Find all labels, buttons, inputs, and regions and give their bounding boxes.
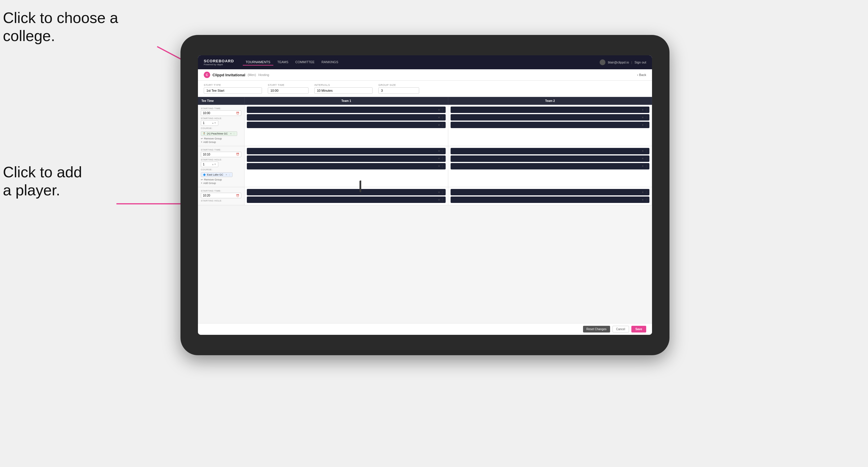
remove-group-1[interactable]: ↩ Remove Group [201,137,241,140]
nav-bar: SCOREBOARD Powered by clippd TOURNAMENTS… [198,55,652,69]
group-size-select[interactable]: 3 [378,87,419,94]
nav-logo-text: SCOREBOARD [204,59,234,63]
cancel-button[interactable]: Cancel [613,326,629,333]
course-tag-2[interactable]: 🔷 East Lake GC × ⋮ [201,173,232,177]
add-group-2[interactable]: + Add Group [201,182,241,185]
course-name-1: (A) Peachtree GC [207,132,228,135]
player-slot-2-2[interactable]: × ⋮ [451,114,649,121]
tablet-frame: SCOREBOARD Powered by clippd TOURNAMENTS… [181,35,670,355]
intervals-select[interactable]: 10 Minutes [314,87,373,94]
starting-hole-input-1[interactable]: 1 ▲▼ [201,120,218,126]
start-type-label: Start Type [204,84,262,87]
player-slot-3-2[interactable]: × ⋮ [247,155,446,162]
team1-cell-3: × ⋮ × ⋮ [245,187,448,205]
player-x-btn[interactable]: × [438,123,440,127]
player-slot-1-2[interactable]: × ⋮ [247,114,446,121]
nav-rankings[interactable]: RANKINGS [319,59,341,65]
course-label-2: COURSE: [201,168,241,171]
starting-hole-label-3: STARTING HOLE: [201,199,241,202]
starting-time-label-3: STARTING TIME: [201,190,241,192]
starting-time-input-2[interactable]: 10:10 ⏰ [201,152,241,157]
add-group-1[interactable]: + Add Group [201,141,241,144]
nav-avatar [600,59,606,65]
player-x-btn[interactable]: × [438,116,440,119]
player-slot-6-1[interactable]: × ⋮ [451,189,649,195]
player-edit-btn[interactable]: ⋮ [645,108,648,112]
team1-cell-2: × ⋮ × ⋮ × ⋮ [245,146,448,187]
tee-left-1: STARTING TIME: 10:00 ⏰ STARTING HOLE: 1 … [198,105,245,146]
nav-logo: SCOREBOARD Powered by clippd [204,59,234,66]
starting-time-label-2: STARTING TIME: [201,149,241,151]
annotation-choose-college: Click to choose a college. [3,9,118,45]
team1-cell-1: × ⋮ × ⋮ × ⋮ [245,105,448,146]
breadcrumb-content: C Clippd Invitational (Men) Hosting [204,72,269,78]
form-group-start-type: Start Type 1st Tee Start [204,84,262,94]
starting-hole-label-2: STARTING HOLE: [201,158,241,161]
tablet-screen: SCOREBOARD Powered by clippd TOURNAMENTS… [198,55,652,335]
course-label-1: COURSE: [201,127,241,130]
player-slot-1-3[interactable]: × ⋮ [247,122,446,128]
reset-button[interactable]: Reset Changes [583,326,610,333]
form-group-start-time: Start Time 10:00 [268,84,309,94]
player-edit-btn[interactable]: ⋮ [441,108,444,112]
back-label: Back [639,73,646,76]
nav-user: blair@clippd.io | Sign out [600,59,646,65]
col-team1: Team 1 [245,97,448,105]
player-x-btn[interactable]: × [642,123,644,127]
breadcrumb-logo: C [204,72,210,78]
nav-committee[interactable]: COMMITTEE [292,59,317,65]
starting-hole-label-1: STARTING HOLE: [201,117,241,120]
table-scroll[interactable]: STARTING TIME: 10:00 ⏰ STARTING HOLE: 1 … [198,105,652,323]
player-slot-3-1[interactable]: × ⋮ [247,148,446,154]
player-slot-2-3[interactable]: × ⋮ [451,122,649,128]
breadcrumb-subtitle: (Men) [248,73,256,76]
team2-cell-3: × ⋮ × ⋮ [448,187,652,205]
player-slot-6-2[interactable]: × ⋮ [451,196,649,203]
player-edit-btn[interactable]: ⋮ [441,123,444,127]
tee-left-3: STARTING TIME: 10:20 ⏰ STARTING HOLE: [198,187,245,205]
save-button[interactable]: Save [631,326,646,333]
nav-teams[interactable]: TEAMS [275,59,291,65]
player-x-btn[interactable]: × [438,108,440,112]
player-slot-5-1[interactable]: × ⋮ [247,189,446,195]
start-time-select[interactable]: 10:00 [268,87,309,94]
starting-time-input-1[interactable]: 10:00 ⏰ [201,110,241,116]
col-tee-time: Tee Time [198,97,245,105]
intervals-label: Intervals [314,84,373,87]
player-x-btn[interactable]: × [642,116,644,119]
tablet-side-button [360,181,361,192]
player-slot-4-1[interactable]: × ⋮ [451,148,649,154]
starting-time-input-3[interactable]: 10:20 ⏰ [201,193,241,198]
annotation-line3: Click to add [3,164,82,181]
course-tag-1[interactable]: 🏌 (A) Peachtree GC × ⋮ [201,131,237,136]
start-type-select[interactable]: 1st Tee Start [204,87,262,94]
team2-cell-1: × ⋮ × ⋮ × ⋮ [448,105,652,146]
form-group-intervals: Intervals 10 Minutes [314,84,373,94]
player-edit-btn[interactable]: ⋮ [441,116,444,119]
nav-logo-sub: Powered by clippd [204,63,234,66]
starting-hole-input-2[interactable]: 1 ▲▼ [201,162,218,167]
player-edit-btn[interactable]: ⋮ [645,116,648,119]
nav-links: TOURNAMENTS TEAMS COMMITTEE RANKINGS [243,59,600,65]
footer-bar: Reset Changes Cancel Save [198,323,652,335]
player-x-btn[interactable]: × [642,108,644,112]
nav-email: blair@clippd.io [608,61,629,64]
player-edit-btn[interactable]: ⋮ [645,123,648,127]
starting-time-label-1: STARTING TIME: [201,107,241,110]
player-slot-1-1[interactable]: × ⋮ [247,106,446,113]
group-size-label: Group Size [378,84,419,87]
player-slot-3-3[interactable]: × ⋮ [247,163,446,169]
breadcrumb-bar: C Clippd Invitational (Men) Hosting ‹ Ba… [198,69,652,81]
nav-tournaments[interactable]: TOURNAMENTS [243,59,273,65]
table-row: STARTING TIME: 10:20 ⏰ STARTING HOLE: × … [198,187,652,205]
remove-group-2[interactable]: ↩ Remove Group [201,178,241,181]
player-slot-4-3[interactable]: × ⋮ [451,163,649,169]
nav-signout-link[interactable]: Sign out [634,61,646,64]
course-name-2: East Lake GC [207,173,223,176]
player-slot-5-2[interactable]: × ⋮ [247,196,446,203]
back-button[interactable]: ‹ Back [637,73,646,76]
player-slot-2-1[interactable]: × ⋮ [451,106,649,113]
player-slot-4-2[interactable]: × ⋮ [451,155,649,162]
breadcrumb-hosting: Hosting [258,73,269,76]
start-time-label: Start Time [268,84,309,87]
